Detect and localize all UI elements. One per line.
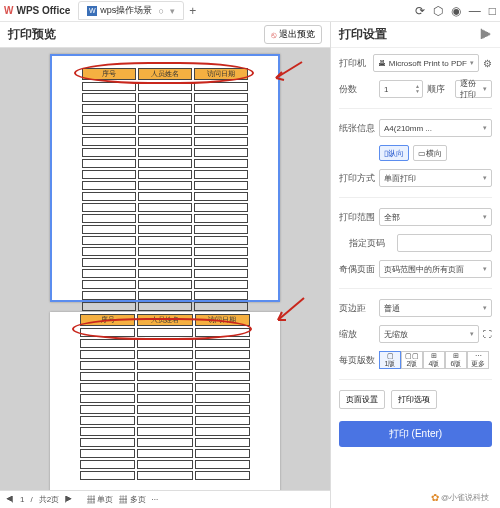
pages-spec-input[interactable] (397, 234, 492, 252)
sync-icon[interactable]: ⟳ (415, 4, 425, 18)
minimize-icon[interactable]: — (469, 4, 481, 18)
settings-panel: 打印设置 ⯈ 打印机 🖶 Microsoft Print to PDF ▾ ⚙ … (330, 22, 500, 508)
range-label: 打印范围 (339, 211, 375, 224)
persheet-2[interactable]: ▢▢2版 (401, 351, 423, 369)
exit-label: 退出预览 (279, 28, 315, 41)
annotation-arrow (272, 60, 306, 90)
document-tab[interactable]: W wps操作场景 ○ ▾ (78, 1, 183, 20)
chevron-down-icon: ▾ (470, 330, 474, 338)
chevron-down-icon: ▾ (470, 59, 474, 67)
margin-label: 页边距 (339, 302, 375, 315)
settings-title-bar: 打印设置 ⯈ (331, 22, 500, 48)
chevron-down-icon: ▾ (483, 304, 487, 312)
persheet-4[interactable]: ⊞4版 (423, 351, 445, 369)
page-current: 1 (20, 495, 24, 504)
col-header: 人员姓名 (137, 314, 192, 326)
view-more[interactable]: ··· (152, 495, 159, 504)
scale-label: 缩放 (339, 328, 375, 341)
app-logo: W WPS Office (4, 5, 70, 16)
preview-table-2: 序号 人员姓名 访问日期 (78, 312, 252, 482)
print-button[interactable]: 打印 (Enter) (339, 421, 492, 447)
chevron-down-icon: ▾ (483, 85, 487, 93)
oddeven-select[interactable]: 页码范围中的所有页面 ▾ (379, 260, 492, 278)
col-header: 访问日期 (195, 314, 250, 326)
chevron-down-icon: ▾ (483, 265, 487, 273)
oddeven-label: 奇偶页面 (339, 263, 375, 276)
hex-icon[interactable]: ⬡ (433, 4, 443, 18)
page-prev-icon[interactable]: ⯇ (6, 495, 14, 504)
preview-header: 打印预览 ⎋ 退出预览 (0, 22, 330, 48)
persheet-1[interactable]: ▢1版 (379, 351, 401, 369)
collapse-icon[interactable]: ⯈ (480, 28, 492, 42)
col-header: 序号 (82, 68, 136, 80)
preview-table-1: 序号 人员姓名 访问日期 (80, 66, 250, 335)
printer-settings-icon[interactable]: ⚙ (483, 58, 492, 69)
preview-page-1[interactable]: 序号 人员姓名 访问日期 (50, 54, 280, 302)
tab-modified-icon: ○ (158, 6, 163, 16)
window-controls: ⟳ ⬡ ◉ — □ (415, 4, 496, 18)
persheet-options: ▢1版 ▢▢2版 ⊞4版 ⊞6版 ⋯更多 (379, 351, 489, 369)
preview-column: 打印预览 ⎋ 退出预览 序号 人员姓名 访问日期 (0, 22, 330, 508)
copies-label: 份数 (339, 83, 375, 96)
view-multi[interactable]: ▦ 多页 (119, 494, 145, 505)
printer-value: Microsoft Print to PDF (389, 59, 467, 68)
exit-icon: ⎋ (271, 30, 276, 40)
maximize-icon[interactable]: □ (489, 4, 496, 18)
logo-icon: W (4, 5, 13, 16)
watermark: ✿ @小雀说科技 (428, 491, 492, 504)
exit-preview-button[interactable]: ⎋ 退出预览 (264, 25, 322, 44)
doc-icon: W (87, 6, 97, 16)
order-label: 顺序 (427, 83, 451, 96)
user-icon[interactable]: ◉ (451, 4, 461, 18)
margin-select[interactable]: 普通 ▾ (379, 299, 492, 317)
app-name: WPS Office (16, 5, 70, 16)
range-select[interactable]: 全部 ▾ (379, 208, 492, 226)
tab-label: wps操作场景 (100, 4, 152, 17)
col-header: 人员姓名 (138, 68, 192, 80)
printer-label: 打印机 (339, 57, 369, 70)
paper-select[interactable]: A4(210mm ... ▾ (379, 119, 492, 137)
print-options-button[interactable]: 打印选项 (391, 390, 437, 409)
landscape-icon: ▭ (418, 149, 426, 158)
view-single[interactable]: ▦ 单页 (87, 494, 113, 505)
persheet-6[interactable]: ⊞6版 (445, 351, 467, 369)
new-tab-button[interactable]: + (186, 4, 200, 18)
page-setup-button[interactable]: 页面设置 (339, 390, 385, 409)
page-next-icon[interactable]: ⯈ (65, 495, 73, 504)
title-bar: W WPS Office W wps操作场景 ○ ▾ + ⟳ ⬡ ◉ — □ (0, 0, 500, 22)
scale-settings-icon[interactable]: ⛶ (483, 329, 492, 339)
persheet-more[interactable]: ⋯更多 (467, 351, 489, 369)
chevron-down-icon: ▾ (483, 213, 487, 221)
mode-select[interactable]: 单面打印 ▾ (379, 169, 492, 187)
paper-label: 纸张信息 (339, 122, 375, 135)
preview-page-2[interactable]: 序号 人员姓名 访问日期 (50, 312, 280, 490)
col-header: 序号 (80, 314, 135, 326)
mode-label: 打印方式 (339, 172, 375, 185)
chevron-down-icon: ▾ (483, 124, 487, 132)
settings-title: 打印设置 (339, 26, 387, 43)
close-icon[interactable]: ▾ (170, 6, 175, 16)
preview-title: 打印预览 (8, 26, 56, 43)
copies-input[interactable]: 1 ▲▼ (379, 80, 423, 98)
scale-select[interactable]: 无缩放 ▾ (379, 325, 479, 343)
printer-select[interactable]: 🖶 Microsoft Print to PDF ▾ (373, 54, 479, 72)
persheet-label: 每页版数 (339, 354, 375, 367)
page-total: 共2页 (39, 494, 59, 505)
chevron-down-icon: ▾ (483, 174, 487, 182)
orientation-landscape[interactable]: ▭横向 (413, 145, 447, 161)
tab-strip: W wps操作场景 ○ ▾ + (78, 1, 199, 20)
order-select[interactable]: 逐份打印 ▾ (455, 80, 492, 98)
pages-spec-label: 指定页码 (349, 237, 393, 250)
watermark-icon: ✿ (431, 492, 439, 503)
col-header: 访问日期 (194, 68, 248, 80)
preview-canvas[interactable]: 序号 人员姓名 访问日期 (0, 48, 330, 490)
preview-status-bar: ⯇ 1 / 共2页 ⯈ ▦ 单页 ▦ 多页 ··· (0, 490, 330, 508)
spinner-icon[interactable]: ▲▼ (415, 84, 420, 94)
orientation-portrait[interactable]: ▯纵向 (379, 145, 409, 161)
